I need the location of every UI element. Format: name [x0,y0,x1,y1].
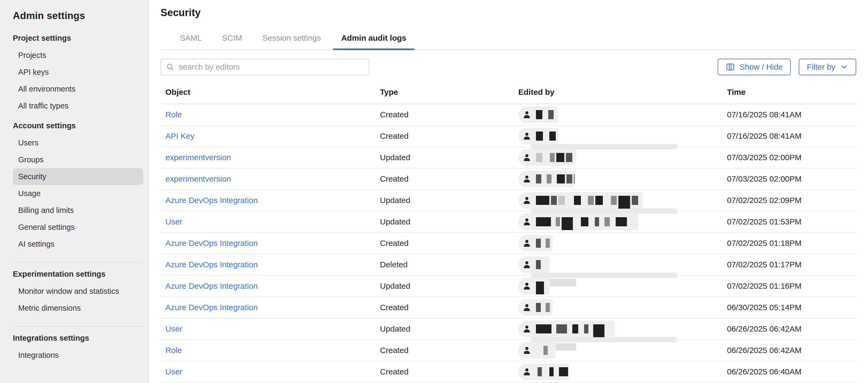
columns-icon [726,62,735,71]
edited-by-cell [518,126,727,147]
object-cell: Azure DevOps Integration [165,239,380,248]
tab-scim[interactable]: SCIM [222,33,242,50]
object-cell: User [165,324,380,333]
time-cell: 07/02/2025 01:18PM [727,239,856,248]
redaction-block [536,324,552,333]
edited-by-cell [518,297,727,318]
redaction-block [546,303,550,312]
sidebar-item-groups[interactable]: Groups [13,151,143,168]
sidebar-item-ai-settings[interactable]: AI settings [13,236,143,253]
sidebar-item-metric-dimensions[interactable]: Metric dimensions [13,300,143,317]
table-row: UserCreated06/26/2025 06:40AM [160,361,856,383]
object-link[interactable]: experimentversion [165,153,231,162]
object-link[interactable]: API Key [165,131,194,140]
redaction-block [595,196,603,205]
sidebar-section-header: Experimentation settings [13,270,149,278]
object-link[interactable]: Azure DevOps Integration [165,239,258,247]
sidebar-item-general-settings[interactable]: General settings [13,219,143,236]
tab-session-settings[interactable]: Session settings [262,33,321,50]
time-cell: 06/30/2025 05:14PM [727,303,856,312]
sidebar-item-all-traffic-types[interactable]: All traffic types [13,97,143,114]
object-link[interactable]: Azure DevOps Integration [165,303,258,312]
redaction-block [548,110,554,119]
sidebar-item-billing-and-limits[interactable]: Billing and limits [13,202,143,219]
sidebar-section-header: Integrations settings [13,334,149,343]
object-link[interactable]: User [165,367,182,376]
editor-redacted-pill [518,128,558,144]
object-link[interactable]: experimentversion [165,174,231,183]
object-link[interactable]: Azure DevOps Integration [165,282,258,290]
redaction-block [551,196,557,205]
time-cell: 07/02/2025 01:16PM [727,282,856,291]
editor-redacted-pill [518,149,576,166]
admin-settings-page: Admin settings Project settingsProjectsA… [0,0,868,383]
time-cell: 06/26/2025 06:42AM [727,346,856,355]
object-link[interactable]: Azure DevOps Integration [165,260,258,269]
redaction-block [536,217,551,226]
person-icon [522,174,532,184]
object-link[interactable]: Role [165,110,182,119]
editor-redacted-pill [518,278,550,294]
table-row: Azure DevOps IntegrationDeleted07/02/202… [160,254,856,275]
sidebar-item-all-environments[interactable]: All environments [13,81,143,97]
table-row: Azure DevOps IntegrationUpdated07/02/202… [160,190,856,211]
redaction-block [557,174,565,183]
redaction-block [550,153,555,162]
object-cell: API Key [165,131,380,141]
redaction-block [566,174,572,183]
object-cell: Azure DevOps Integration [165,196,380,205]
table-row: RoleCreated06/26/2025 06:42AM [160,340,856,361]
edited-by-cell [518,211,727,232]
person-icon [522,153,532,162]
type-cell: Created [380,239,518,248]
redaction-block [556,153,564,162]
redaction-block [544,346,548,355]
object-link[interactable]: Role [165,346,182,355]
object-cell: experimentversion [165,153,380,162]
table-row: experimentversionUpdated07/03/2025 02:00… [160,147,856,169]
show-hide-columns-button[interactable]: Show / Hide [718,59,791,75]
edited-by-cell [518,361,727,382]
search-input[interactable] [178,62,364,72]
redaction-block [547,174,552,183]
object-cell: Role [165,110,380,119]
person-icon [522,346,532,355]
sidebar: Admin settings Project settingsProjectsA… [0,0,149,383]
redaction-block [536,153,542,162]
edited-by-cell [518,169,727,189]
person-icon [522,238,532,248]
editor-redacted-pill [518,321,615,337]
editor-redacted-pill [518,106,558,123]
edited-by-cell [518,319,727,340]
time-cell: 07/02/2025 01:53PM [727,217,856,226]
edited-by-cell [518,104,727,125]
object-link[interactable]: User [165,217,182,226]
editor-redacted-pill [518,192,643,209]
sidebar-item-projects[interactable]: Projects [13,47,143,64]
sidebar-item-security[interactable]: Security [13,168,143,185]
table-controls: Show / Hide Filter by [160,59,856,75]
sidebar-item-monitor-window-and-statistics[interactable]: Monitor window and statistics [13,283,143,300]
editor-redacted-pill [518,213,639,230]
sidebar-item-users[interactable]: Users [13,135,143,151]
redaction-block [572,324,578,333]
sidebar-item-api-keys[interactable]: API keys [13,64,143,81]
edited-by-cell [518,340,727,361]
type-cell: Created [380,303,518,312]
object-cell: experimentversion [165,174,380,183]
redaction-block [562,217,573,230]
redaction-block [593,324,604,337]
table-body: RoleCreated07/16/2025 08:41AMAPI KeyCrea… [160,104,856,383]
tab-saml[interactable]: SAML [180,33,202,50]
sidebar-item-integrations[interactable]: Integrations [13,347,143,364]
redaction-block [536,282,544,294]
sidebar-item-usage[interactable]: Usage [13,185,143,202]
redaction-bar-long [531,337,677,342]
object-link[interactable]: Azure DevOps Integration [165,196,258,205]
object-link[interactable]: User [165,324,182,333]
object-cell: Azure DevOps Integration [165,303,380,312]
redaction-block [536,260,541,269]
filter-by-button[interactable]: Filter by [799,59,856,75]
table-row: Azure DevOps IntegrationCreated06/30/202… [160,297,856,319]
tab-admin-audit-logs[interactable]: Admin audit logs [341,33,406,50]
